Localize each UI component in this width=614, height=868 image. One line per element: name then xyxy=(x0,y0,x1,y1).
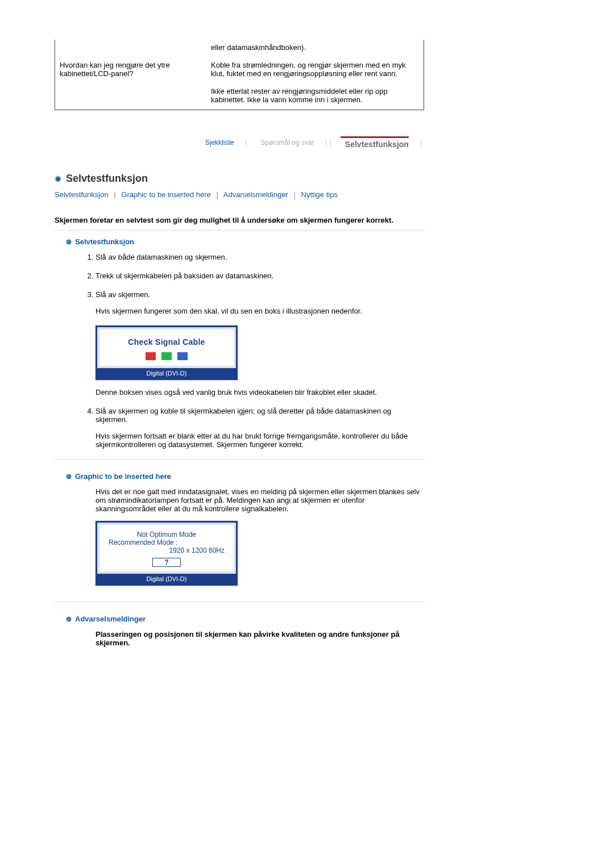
not-optimum-box: Not Optimum Mode Recommended Mode : 1920… xyxy=(96,521,238,586)
green-square-icon xyxy=(161,352,172,360)
circle-icon xyxy=(55,176,61,182)
graphic-para: Hvis det er noe galt med inndatasignalet… xyxy=(96,487,424,513)
not-optimum-line1: Not Optimum Mode xyxy=(105,531,228,539)
subhead-label: Graphic to be inserted here xyxy=(75,472,171,481)
section-title: Selvtestfunksjon xyxy=(66,173,148,185)
qa-row-2: Hvordan kan jeg rengjøre det ytre kabine… xyxy=(55,57,424,110)
qa-answer-prev-tail: eller datamaskinhåndboken). xyxy=(206,40,424,57)
section-intro: Skjermen foretar en selvtest som gir deg… xyxy=(55,216,424,224)
tab-bar: Sjekkliste | Spørsmål og svar || Selvtes… xyxy=(55,136,424,149)
svg-point-0 xyxy=(55,176,61,182)
subhead-warnings: Advarselsmeldinger xyxy=(66,615,424,623)
check-signal-cable-box: Check Signal Cable Digital (DVI-D) xyxy=(96,326,238,380)
content-column: eller datamaskinhåndboken). Hvordan kan … xyxy=(55,40,424,647)
step-3-text: Slå av skjermen. xyxy=(96,290,150,299)
tab-active-indicator xyxy=(341,136,409,138)
section-sublinks: Selvtestfunksjon | Graphic to be inserte… xyxy=(55,190,424,199)
qa-row-prev-tail: eller datamaskinhåndboken). xyxy=(55,40,424,57)
divider xyxy=(55,459,424,460)
graphic-block: Hvis det er noe galt med inndatasignalet… xyxy=(96,487,424,586)
not-optimum-line3: 1920 x 1200 60Hz xyxy=(105,546,225,554)
tab-separator: | xyxy=(245,139,249,147)
page: eller datamaskinhåndboken). Hvordan kan … xyxy=(0,0,614,681)
tab-checklist[interactable]: Sjekkliste xyxy=(205,139,234,147)
qa-answer-2-p1: Koble fra strømledningen, og rengjør skj… xyxy=(211,61,419,78)
rgb-squares xyxy=(104,352,229,360)
link-separator: | xyxy=(216,190,218,199)
step-3: Slå av skjermen. Hvis skjermen fungerer … xyxy=(96,290,424,397)
subhead-selftest: Selvtestfunksjon xyxy=(66,237,424,246)
link-selftest[interactable]: Selvtestfunksjon xyxy=(55,190,109,199)
link-graphic[interactable]: Graphic to be inserted here xyxy=(121,190,211,199)
step-2: Trekk ut skjermkabelen på baksiden av da… xyxy=(96,272,424,280)
step-4: Slå av skjermen og koble til skjermkabel… xyxy=(96,407,424,449)
check-signal-title: Check Signal Cable xyxy=(104,337,229,347)
link-warnings[interactable]: Advarselsmeldinger xyxy=(223,190,288,199)
link-tips[interactable]: Nyttige tips xyxy=(301,190,338,199)
tab-separator: | xyxy=(420,139,424,147)
link-separator: | xyxy=(294,190,296,199)
red-square-icon xyxy=(146,352,156,360)
not-optimum-body: Not Optimum Mode Recommended Mode : 1920… xyxy=(97,523,236,574)
blue-square-icon xyxy=(177,352,188,360)
not-optimum-footer: Digital (DVI-D) xyxy=(97,574,236,584)
qa-answer-2: Koble fra strømledningen, og rengjør skj… xyxy=(206,57,424,110)
warnings-para: Plasseringen og posisjonen til skjermen … xyxy=(96,630,424,647)
step-1-text: Slå av både datamaskinen og skjermen. xyxy=(96,253,227,261)
qa-question-2: Hvordan kan jeg rengjøre det ytre kabine… xyxy=(55,57,206,110)
qa-table: eller datamaskinhåndboken). Hvordan kan … xyxy=(55,40,424,110)
check-signal-body: Check Signal Cable xyxy=(97,327,236,368)
step-4-para: Hvis skjermen fortsatt er blank etter at… xyxy=(96,432,424,449)
tab-separator: || xyxy=(326,139,334,147)
divider xyxy=(55,230,424,231)
svg-point-3 xyxy=(67,617,71,621)
svg-point-2 xyxy=(67,474,71,479)
tab-faq[interactable]: Spørsmål og svar xyxy=(261,139,314,147)
section-heading: Selvtestfunksjon xyxy=(55,173,424,185)
selftest-steps: Slå av både datamaskinen og skjermen. Tr… xyxy=(84,253,424,449)
bullet-icon xyxy=(66,239,72,245)
svg-point-1 xyxy=(67,240,71,244)
qa-question-empty xyxy=(55,40,206,57)
subhead-graphic: Graphic to be inserted here xyxy=(66,472,424,481)
not-optimum-line2: Recommended Mode : xyxy=(109,539,228,546)
tab-active-wrap: Selvtestfunksjon xyxy=(345,136,409,149)
step-3-after: Denne boksen vises også ved vanlig bruk … xyxy=(96,388,424,397)
warnings-block: Plasseringen og posisjonen til skjermen … xyxy=(96,630,424,647)
step-3-para: Hvis skjermen fungerer som den skal, vil… xyxy=(96,307,424,315)
bullet-icon xyxy=(66,616,72,622)
bullet-icon xyxy=(66,474,72,479)
tab-selftest[interactable]: Selvtestfunksjon xyxy=(345,140,409,149)
qa-answer-text: eller datamaskinhåndboken). xyxy=(211,43,419,52)
link-separator: | xyxy=(114,190,115,199)
subhead-label: Advarselsmeldinger xyxy=(75,615,146,623)
step-4-text: Slå av skjermen og koble til skjermkabel… xyxy=(96,407,391,424)
divider xyxy=(55,602,424,602)
step-2-text: Trekk ut skjermkabelen på baksiden av da… xyxy=(96,272,273,280)
check-signal-footer: Digital (DVI-D) xyxy=(97,368,236,378)
subhead-label: Selvtestfunksjon xyxy=(75,237,134,246)
question-mark-box: ? xyxy=(152,558,181,567)
step-1: Slå av både datamaskinen og skjermen. xyxy=(96,253,424,261)
qa-answer-2-p2: Ikke etterlat rester av rengjøringsmidde… xyxy=(211,87,419,104)
